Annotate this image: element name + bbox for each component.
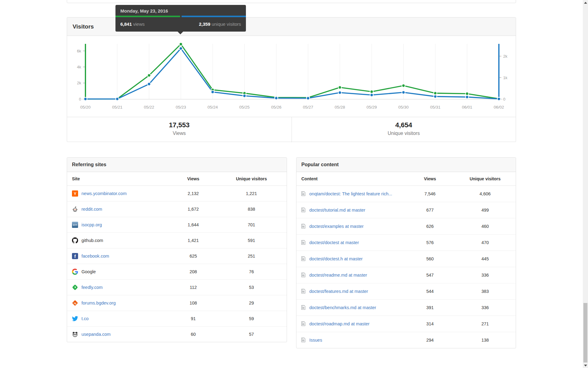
unique-visitors-total-label: Unique visitors [292, 131, 516, 136]
content-link[interactable]: doctest/examples at master [309, 224, 364, 229]
chart-tooltip: Monday, May 23, 2016 6,841 views 2,359 u… [115, 5, 246, 32]
file-text-icon [301, 191, 306, 197]
scrollbar-up-button[interactable] [583, 0, 588, 5]
content-cell: doctest/doctest at master [296, 240, 405, 245]
content-link[interactable]: doctest/benchmarks.md at master [309, 305, 376, 310]
content-link[interactable]: doctest/features.md at master [309, 289, 368, 294]
chart-point-views[interactable] [402, 84, 405, 87]
views-cell: 544 [405, 289, 454, 294]
chart-point-unique-visitors[interactable] [116, 97, 119, 100]
x-axis-label: 05/28 [335, 105, 345, 109]
reddit-icon [72, 206, 78, 212]
file-text-icon [301, 289, 306, 294]
content-link[interactable]: onqtam/doctest: The lightest feature ric… [309, 191, 392, 196]
github-icon [72, 237, 78, 243]
unique-visitors-cell: 336 [454, 305, 516, 310]
chart-point-unique-visitors[interactable] [402, 91, 405, 94]
chart-point-unique-visitors[interactable] [466, 95, 469, 98]
views-summary: 17,553 Views [67, 117, 292, 142]
unique-visitors-cell: 591 [216, 238, 287, 243]
site-link[interactable]: t.co [81, 316, 89, 321]
site-cell: C++isocpp.org [67, 222, 170, 228]
ycombinator-icon: Y [72, 190, 78, 197]
site-link[interactable]: facebook.com [81, 254, 109, 259]
scrollbar-thumb[interactable] [583, 303, 587, 362]
chart-point-unique-visitors[interactable] [434, 95, 437, 98]
views-cell: 2,132 [170, 191, 216, 196]
referring-sites-title: Referring sites [67, 158, 287, 172]
views-cell: 208 [170, 269, 216, 274]
unique-visitors-cell: 251 [216, 254, 287, 259]
unique-visitors-cell: 4,606 [454, 191, 516, 196]
chart-point-unique-visitors[interactable] [275, 97, 278, 100]
tooltip-unique-cell: 2,359 unique visitors [182, 16, 246, 32]
chart-point-unique-visitors[interactable] [84, 98, 87, 101]
content-link[interactable]: Issues [309, 338, 322, 343]
views-cell: 547 [405, 273, 454, 278]
site-link[interactable]: usepanda.com [81, 332, 111, 337]
github-traffic-page: Visitors 02k4k6k01k2k05/2005/2105/2205/2… [0, 0, 588, 368]
right-axis-tick-label: 0 [503, 97, 505, 102]
x-axis-label: 06/01 [462, 105, 472, 109]
content-link[interactable]: doctest/tutorial.md at master [309, 208, 365, 213]
site-cell: bgforums.bgdev.org [67, 300, 170, 306]
content-link[interactable]: doctest/roadmap.md at master [309, 321, 370, 326]
x-axis-label: 05/25 [239, 105, 250, 109]
views-cell: 625 [170, 254, 216, 259]
x-axis-label: 05/20 [80, 105, 91, 109]
table-row: doctest/benchmarks.md at master391336 [296, 299, 516, 316]
site-link[interactable]: isocpp.org [81, 222, 102, 227]
chart-point-unique-visitors[interactable] [370, 94, 373, 97]
referring-sites-panel: Referring sites SiteViewsUnique visitors… [67, 157, 287, 342]
popular-content-title: Popular content [296, 158, 516, 172]
site-link[interactable]: forums.bgdev.org [81, 301, 116, 305]
chart-point-views[interactable] [434, 92, 437, 95]
content-link[interactable]: doctest/readme.md at master [309, 273, 367, 278]
unique-visitors-cell: 445 [454, 256, 516, 261]
chart-point-unique-visitors[interactable] [338, 91, 341, 94]
content-link[interactable]: doctest/doctest at master [309, 240, 359, 245]
facebook-icon: f [72, 253, 78, 259]
unique-visitors-cell: 53 [216, 285, 287, 290]
site-link[interactable]: news.ycombinator.com [81, 191, 126, 196]
chart-point-views[interactable] [338, 86, 341, 89]
google-icon [72, 269, 78, 275]
views-total: 17,553 [67, 121, 292, 129]
chart-point-views[interactable] [466, 92, 469, 95]
chart-point-unique-visitors[interactable] [211, 90, 214, 94]
left-axis-tick-label: 4k [77, 65, 81, 69]
unique-visitors-cell: 499 [454, 208, 516, 213]
x-axis-label: 05/23 [176, 105, 186, 109]
unique-visitors-cell: 470 [454, 240, 516, 245]
table-row: onqtam/doctest: The lightest feature ric… [296, 186, 516, 202]
file-text-icon [301, 272, 306, 278]
chart-point-views[interactable] [370, 90, 373, 93]
views-cell: 294 [405, 338, 454, 343]
unique-visitors-cell: 57 [216, 332, 287, 337]
column-header: Unique visitors [216, 176, 287, 181]
chart-point-unique-visitors[interactable] [307, 97, 310, 100]
chart-point-unique-visitors[interactable] [179, 47, 182, 50]
chart-point-views[interactable] [147, 74, 150, 77]
tooltip-arrow [178, 32, 183, 34]
content-cell: doctest/benchmarks.md at master [296, 305, 405, 310]
site-link[interactable]: reddit.com [81, 207, 102, 212]
table-row: doctest/features.md at master544383 [296, 283, 516, 299]
left-axis-tick-label: 6k [77, 49, 81, 53]
previous-panel-edge [67, 0, 516, 3]
scrollbar-down-button[interactable] [583, 363, 588, 368]
chart-point-unique-visitors[interactable] [147, 82, 150, 86]
right-axis-tick-label: 2k [503, 54, 507, 59]
chart-point-unique-visitors[interactable] [243, 94, 246, 97]
content-link[interactable]: doctest/doctest.h at master [309, 256, 363, 261]
chart-point-unique-visitors[interactable] [497, 97, 500, 100]
chart-point-views[interactable] [179, 43, 182, 46]
unique-visitors-cell: 138 [454, 338, 516, 343]
table-row: ffacebook.com625251 [67, 248, 287, 264]
views-cell: 7,546 [405, 191, 454, 196]
file-text-icon [301, 240, 306, 245]
site-link[interactable]: feedly.com [81, 285, 103, 290]
scrollbar-track[interactable] [583, 0, 588, 368]
views-cell: 1,672 [170, 207, 216, 212]
site-cell: Google [67, 269, 170, 275]
